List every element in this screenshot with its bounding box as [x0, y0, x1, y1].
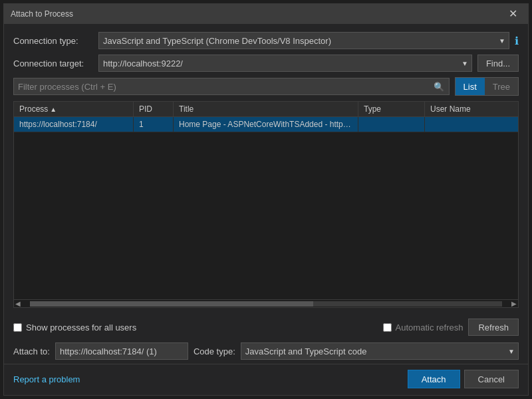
filter-row: 🔍 List Tree	[13, 77, 519, 96]
auto-refresh-label[interactable]: Automatic refresh	[383, 323, 464, 332]
horizontal-scrollbar[interactable]: ◀ ▶	[14, 299, 518, 307]
cell-title: Home Page - ASPNetCoreWithTSAdded - http…	[174, 117, 358, 132]
code-type-label: Code type:	[194, 346, 235, 356]
col-header-title[interactable]: Title	[174, 102, 358, 116]
dialog-title: Attach to Process	[11, 9, 73, 19]
close-button[interactable]: ✕	[505, 7, 521, 21]
connection-target-label: Connection target:	[13, 59, 93, 68]
show-all-users-label: Show processes for all users	[26, 323, 136, 332]
connection-target-select-wrapper: http://localhost:9222/ ▼	[98, 55, 472, 72]
find-button[interactable]: Find...	[477, 55, 519, 72]
col-header-username[interactable]: User Name	[425, 102, 518, 116]
scroll-right-icon[interactable]: ▶	[510, 300, 518, 307]
connection-type-row: Connection type: JavaScript and TypeScri…	[13, 32, 519, 49]
code-type-select[interactable]: JavaScript and TypeScript code	[241, 342, 519, 360]
cell-username	[425, 117, 518, 132]
report-problem-link[interactable]: Report a problem	[13, 374, 80, 384]
search-icon[interactable]: 🔍	[431, 82, 447, 92]
attach-to-process-dialog: Attach to Process ✕ Connection type: Jav…	[3, 3, 529, 396]
attach-to-input[interactable]	[55, 342, 188, 360]
scroll-left-icon[interactable]: ◀	[14, 300, 22, 307]
cancel-button[interactable]: Cancel	[464, 370, 519, 388]
connection-type-select[interactable]: JavaScript and TypeScript (Chrome DevToo…	[98, 32, 509, 49]
table-header: Process PID Title Type User Name	[14, 102, 518, 117]
cell-process: https://localhost:7184/	[14, 117, 134, 132]
col-header-type[interactable]: Type	[358, 102, 425, 116]
attach-button[interactable]: Attach	[408, 370, 460, 388]
connection-target-select[interactable]: http://localhost:9222/	[98, 55, 472, 72]
table-body: https://localhost:7184/ 1 Home Page - AS…	[14, 117, 518, 299]
footer-row: Report a problem Attach Cancel	[4, 364, 528, 395]
connection-target-row: Connection target: http://localhost:9222…	[13, 55, 519, 72]
title-bar: Attach to Process ✕	[4, 4, 528, 24]
connection-type-label: Connection type:	[13, 36, 93, 46]
filter-input[interactable]	[13, 78, 450, 95]
attach-to-label: Attach to:	[13, 346, 50, 356]
col-header-process[interactable]: Process	[14, 102, 134, 116]
refresh-button[interactable]: Refresh	[468, 319, 519, 336]
bottom-bar: Show processes for all users Automatic r…	[4, 315, 528, 340]
connection-type-select-wrapper: JavaScript and TypeScript (Chrome DevToo…	[98, 32, 509, 49]
cell-pid: 1	[134, 117, 174, 132]
process-table: Process PID Title Type User Name https:/…	[13, 101, 519, 308]
info-icon[interactable]: ℹ	[515, 35, 519, 47]
filter-input-wrapper: 🔍	[13, 78, 450, 95]
view-toggle: List Tree	[455, 77, 519, 96]
scrollbar-thumb[interactable]	[30, 301, 313, 307]
col-header-pid[interactable]: PID	[134, 102, 174, 116]
scrollbar-track[interactable]	[30, 301, 502, 307]
list-view-button[interactable]: List	[456, 78, 485, 95]
dialog-content: Connection type: JavaScript and TypeScri…	[4, 24, 528, 315]
show-all-users-checkbox[interactable]	[13, 323, 22, 332]
attach-to-row: Attach to: Code type: JavaScript and Typ…	[4, 340, 528, 364]
code-type-select-wrapper: JavaScript and TypeScript code ▼	[241, 342, 519, 360]
tree-view-button[interactable]: Tree	[485, 78, 518, 95]
show-all-users-checkbox-label[interactable]: Show processes for all users	[13, 323, 136, 332]
table-row[interactable]: https://localhost:7184/ 1 Home Page - AS…	[14, 117, 518, 132]
cell-type	[358, 117, 425, 132]
auto-refresh-text: Automatic refresh	[396, 323, 464, 332]
auto-refresh-checkbox[interactable]	[383, 323, 392, 332]
